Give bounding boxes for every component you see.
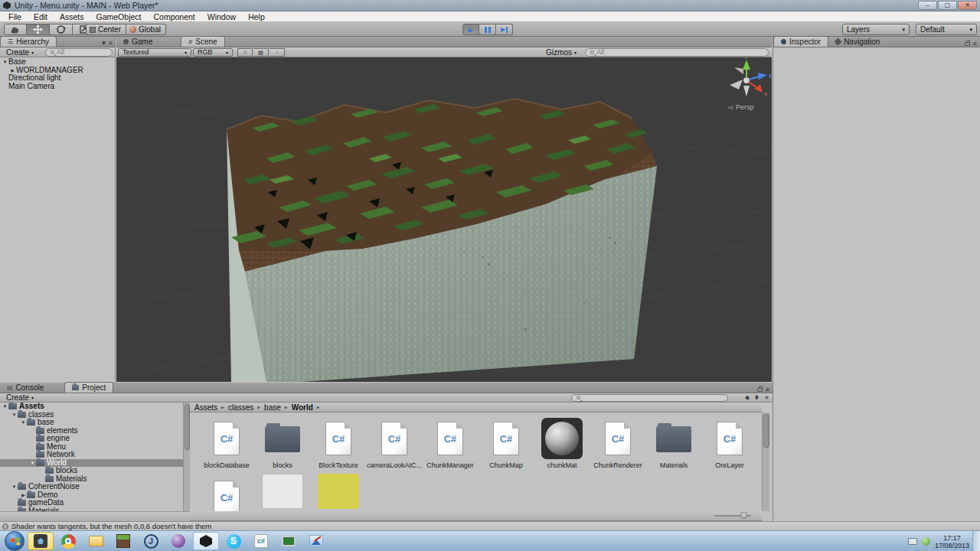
minimize-button[interactable]: – [918, 1, 937, 10]
persp-label[interactable]: Persp [736, 103, 754, 111]
hierarchy-item-base[interactable]: ▼ Base [0, 58, 115, 67]
status-bar[interactable]: ! Shader wants tangents, but the mesh 0,… [0, 521, 980, 530]
asset-materials-folder[interactable]: Materials [646, 417, 701, 469]
hierarchy-item-main-camera[interactable]: Main Camera [0, 83, 115, 91]
slider-knob[interactable] [740, 512, 747, 519]
tree-item-base[interactable]: ▼base [0, 419, 183, 427]
tab-inspector[interactable]: Inspector [773, 36, 828, 47]
tab-hierarchy[interactable]: ☰ Hierarchy [0, 36, 57, 47]
gizmos-dropdown[interactable]: Gizmos ▾ [542, 48, 580, 57]
asset-blocks-folder[interactable]: blocks [255, 417, 310, 469]
save-search-icon[interactable]: ★ [764, 394, 769, 401]
taskbar-app-tool[interactable] [28, 532, 54, 550]
foldout-icon[interactable]: ▼ [20, 419, 27, 427]
scene-viewport[interactable]: y z x ◅ Persp [116, 57, 772, 382]
taskbar-app-minecraft[interactable] [110, 532, 136, 550]
scene-audio-toggle[interactable]: ♪ [270, 48, 285, 57]
taskbar-app-visual-csharp[interactable]: c# [248, 532, 274, 550]
menu-file[interactable]: File [3, 12, 27, 21]
tree-item-engine[interactable]: engine [0, 435, 183, 443]
breadcrumb-base[interactable]: base [264, 403, 281, 412]
asset-cameralookat[interactable]: C# cameraLookAtC... [367, 417, 422, 469]
panel-menu-icon[interactable]: ≡ [766, 386, 769, 393]
menu-help[interactable]: Help [243, 12, 270, 21]
project-create-button[interactable]: Create ▾ [2, 393, 38, 402]
taskbar-app-monitor[interactable] [276, 532, 302, 550]
hierarchy-item-directional-light[interactable]: Directional light [0, 74, 115, 83]
asset-blockdatabase[interactable]: C# blockDatabase [199, 417, 254, 469]
render-channel-dropdown[interactable]: RGB ▾ [193, 48, 233, 57]
tree-item-demo[interactable]: ▶Demo [0, 491, 183, 500]
play-button[interactable]: ▶ [462, 24, 479, 35]
breadcrumb-world[interactable]: World [292, 403, 313, 412]
foldout-icon[interactable]: ▼ [29, 459, 36, 468]
layers-dropdown[interactable]: Layers ▾ [842, 24, 910, 35]
tab-game[interactable]: Game [116, 36, 159, 47]
search-by-label-icon[interactable]: ❥ [754, 394, 760, 401]
menu-edit[interactable]: Edit [28, 12, 53, 21]
show-desktop-button[interactable] [972, 531, 980, 551]
asset-row2-texture-white[interactable] [255, 474, 310, 509]
scene-search-input[interactable]: All [585, 48, 769, 57]
thumbnail-size-slider[interactable] [714, 512, 751, 520]
move-tool-button[interactable] [27, 24, 50, 35]
taskbar-app-jdownloader[interactable]: J [138, 532, 164, 550]
menu-assets[interactable]: Assets [54, 12, 90, 21]
tree-item-elements[interactable]: elements [0, 427, 183, 435]
menu-gameobject[interactable]: GameObject [91, 12, 147, 21]
tab-navigation[interactable]: Navigation [828, 36, 887, 47]
asset-row2-script[interactable]: C# [199, 476, 254, 511]
breadcrumb-classes[interactable]: classes [228, 403, 253, 412]
taskbar-app-eclipse[interactable] [165, 532, 191, 550]
tree-item-coherentnoise[interactable]: ▼CoherentNoise [0, 483, 183, 491]
tree-item-materials-sub[interactable]: Materials [0, 475, 183, 484]
hierarchy-create-button[interactable]: Create ▾ [2, 48, 38, 57]
panel-menu-icon[interactable]: ≡ [973, 40, 977, 47]
panel-menu-icon[interactable]: ≡ [109, 39, 113, 47]
tray-status-icon[interactable] [922, 537, 930, 546]
tree-item-assets[interactable]: ▼Assets [0, 403, 183, 411]
taskbar-app-photoviewer[interactable] [303, 532, 329, 550]
voxel-terrain[interactable] [227, 99, 657, 382]
asset-row2-texture-yellow[interactable] [311, 474, 366, 509]
taskbar-app-unity[interactable] [193, 532, 219, 550]
asset-chunkmap[interactable]: C# ChunkMap [479, 417, 534, 469]
project-search-input[interactable] [571, 394, 728, 402]
maximize-button[interactable]: ▢ [938, 1, 957, 10]
taskbar-app-explorer[interactable] [83, 532, 109, 550]
taskbar-app-chrome[interactable] [55, 532, 81, 550]
grid-scrollbar[interactable] [762, 412, 769, 511]
asset-chunkmat[interactable]: chunkMat [534, 417, 590, 469]
asset-chunkrenderer[interactable]: C# ChunkRenderer [590, 417, 645, 469]
foldout-icon[interactable]: ▼ [2, 403, 8, 411]
tab-console[interactable]: ▤ Console [0, 382, 51, 393]
scene-fx-toggle[interactable]: ▦ [253, 48, 269, 57]
scene-lighting-toggle[interactable]: ☼ [237, 48, 253, 57]
tree-item-gamedata[interactable]: gameData [0, 499, 183, 507]
taskbar-app-skype[interactable]: S [220, 532, 247, 550]
tree-item-blocks[interactable]: blocks [0, 467, 183, 475]
breadcrumb-assets[interactable]: Assets [194, 403, 217, 412]
lock-icon[interactable] [965, 42, 970, 46]
close-button[interactable]: ✕ [958, 1, 977, 10]
keyboard-layout-icon[interactable] [908, 538, 917, 545]
menu-component[interactable]: Component [148, 12, 200, 21]
space-toggle-button[interactable]: Global [126, 24, 166, 35]
foldout-icon[interactable]: ▼ [11, 483, 18, 491]
asset-chunkmanager[interactable]: C# ChunkManager [423, 417, 478, 469]
tree-item-network[interactable]: Network [0, 451, 183, 459]
lock-icon[interactable] [757, 388, 763, 392]
step-button[interactable]: ▶ [496, 24, 513, 35]
hierarchy-search-input[interactable]: All [45, 48, 113, 57]
tree-item-world[interactable]: ▼World [0, 459, 183, 468]
pause-button[interactable] [479, 24, 496, 35]
menu-window[interactable]: Window [202, 12, 241, 21]
taskbar-clock[interactable]: 17:17 17/08/2013 [935, 534, 969, 549]
asset-orelayer[interactable]: C# OreLayer [702, 417, 757, 469]
rotate-tool-button[interactable] [50, 24, 73, 35]
search-by-type-icon[interactable]: ◆ [745, 394, 750, 401]
tree-scrollbar[interactable] [183, 403, 190, 521]
start-button[interactable] [5, 531, 24, 551]
pivot-toggle-button[interactable]: Center [86, 24, 126, 35]
foldout-icon[interactable]: ▼ [2, 58, 8, 67]
